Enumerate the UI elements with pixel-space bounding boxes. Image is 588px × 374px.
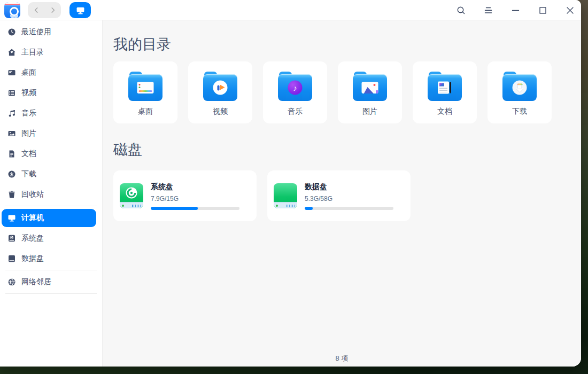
desktop-icon	[7, 68, 16, 77]
titlebar	[0, 0, 581, 20]
sidebar-item-label: 主目录	[21, 48, 44, 57]
folder-desktop-icon	[128, 72, 163, 101]
disk-grid: 系统盘 7.9G/15G 数据盘 5.3G/58G	[113, 170, 570, 221]
close-button[interactable]	[562, 2, 578, 18]
section-title-my-directory: 我的目录	[113, 35, 570, 53]
sidebar-separator	[5, 270, 97, 270]
sidebar-item-label: 图片	[21, 129, 36, 138]
sidebar-item-documents[interactable]: 文档	[2, 145, 96, 163]
network-globe-icon	[7, 278, 16, 287]
sidebar-item-label: 文档	[21, 149, 36, 159]
folder-label: 桌面	[138, 107, 153, 116]
folder-card-music[interactable]: ♪ 音乐	[263, 61, 327, 123]
folder-grid: 桌面 视频 ♪ 音乐 图片 文档	[113, 61, 570, 123]
system-disk-icon	[7, 234, 16, 243]
file-manager-app-icon	[4, 2, 20, 18]
sidebar-item-label: 视频	[21, 88, 36, 98]
sidebar-separator	[5, 293, 97, 294]
forward-button[interactable]	[47, 4, 59, 17]
sidebar-item-recent[interactable]: 最近使用	[2, 23, 96, 41]
back-button[interactable]	[30, 4, 43, 17]
folder-image-icon	[353, 72, 387, 101]
computer-monitor-icon	[76, 6, 85, 15]
home-icon	[7, 48, 16, 57]
folder-card-documents[interactable]: 文档	[413, 61, 477, 123]
sidebar-item-label: 数据盘	[21, 254, 44, 263]
sidebar-separator	[5, 206, 97, 206]
sidebar-item-label: 音乐	[21, 108, 36, 118]
disk-card-data[interactable]: 数据盘 5.3G/58G	[267, 170, 411, 221]
film-icon	[7, 89, 16, 98]
sidebar-item-downloads[interactable]: 下载	[2, 165, 96, 183]
clock-icon	[7, 28, 16, 37]
folder-label: 视频	[213, 107, 228, 116]
disk-name: 数据盘	[305, 182, 402, 192]
sidebar-item-trash[interactable]: 回收站	[2, 185, 96, 204]
download-icon	[7, 170, 16, 179]
disk-usage-bar	[151, 207, 239, 210]
disk-usage-fill	[305, 207, 313, 210]
sidebar: 最近使用 主目录 桌面 视频 音乐 图片	[0, 20, 103, 367]
titlebar-actions	[442, 0, 578, 20]
folder-label: 图片	[362, 107, 377, 116]
data-disk-drive-icon	[274, 183, 297, 208]
document-icon	[7, 150, 16, 159]
chevron-right-icon	[52, 8, 54, 12]
sidebar-item-label: 桌面	[21, 68, 36, 77]
sidebar-item-data-disk[interactable]: 数据盘	[2, 250, 96, 268]
sidebar-item-label: 网络邻居	[21, 277, 51, 287]
sidebar-item-system-disk[interactable]: 系统盘	[2, 229, 96, 247]
status-bar: 8 项	[103, 354, 581, 363]
folder-label: 文档	[437, 107, 452, 116]
chevron-left-icon	[35, 8, 37, 12]
folder-label: 音乐	[288, 107, 303, 116]
disk-capacity: 7.9G/15G	[151, 195, 248, 202]
file-manager-window: 最近使用 主目录 桌面 视频 音乐 图片	[0, 0, 581, 367]
disk-usage-bar	[305, 207, 393, 210]
disk-capacity: 5.3G/58G	[305, 195, 402, 202]
folder-card-desktop[interactable]: 桌面	[113, 61, 177, 123]
disk-usage-fill	[151, 207, 198, 210]
trash-icon	[7, 190, 16, 199]
sidebar-item-music[interactable]: 音乐	[2, 104, 96, 122]
system-disk-drive-icon	[120, 183, 143, 208]
folder-music-icon: ♪	[278, 72, 312, 101]
data-disk-icon	[7, 254, 16, 263]
close-icon	[566, 6, 574, 14]
sidebar-item-label: 计算机	[21, 213, 44, 223]
menu-icon	[484, 6, 493, 14]
search-icon	[457, 6, 466, 15]
sidebar-item-home[interactable]: 主目录	[2, 43, 96, 61]
menu-button[interactable]	[480, 2, 496, 18]
folder-card-videos[interactable]: 视频	[188, 61, 252, 123]
navigation-group	[28, 2, 61, 18]
music-note-icon	[7, 109, 16, 118]
picture-icon	[7, 129, 16, 138]
sidebar-item-pictures[interactable]: 图片	[2, 124, 96, 143]
minimize-button[interactable]	[507, 2, 523, 18]
main-content: 我的目录 桌面 视频 ♪ 音乐 图片	[103, 20, 581, 367]
sidebar-item-network[interactable]: 网络邻居	[2, 273, 96, 291]
sidebar-item-label: 系统盘	[21, 233, 44, 243]
folder-card-downloads[interactable]: 下载	[488, 61, 552, 123]
folder-document-icon	[428, 72, 462, 101]
computer-view-tab[interactable]	[69, 2, 91, 18]
sidebar-item-computer[interactable]: 计算机	[2, 209, 96, 227]
sidebar-item-label: 下载	[21, 169, 36, 179]
folder-video-icon	[203, 72, 237, 101]
sidebar-item-label: 最近使用	[21, 27, 51, 37]
sidebar-item-videos[interactable]: 视频	[2, 84, 96, 102]
sidebar-item-desktop[interactable]: 桌面	[2, 64, 96, 82]
minimize-icon	[512, 6, 520, 14]
search-button[interactable]	[453, 2, 469, 18]
computer-monitor-icon	[7, 214, 16, 223]
maximize-button[interactable]	[535, 2, 551, 18]
section-title-disks: 磁盘	[113, 141, 570, 159]
disk-name: 系统盘	[151, 182, 248, 192]
folder-download-icon	[502, 72, 537, 101]
folder-label: 下载	[512, 107, 527, 116]
folder-card-pictures[interactable]: 图片	[338, 61, 402, 123]
sidebar-item-label: 回收站	[21, 190, 44, 199]
maximize-icon	[539, 6, 547, 14]
disk-card-system[interactable]: 系统盘 7.9G/15G	[113, 170, 257, 221]
